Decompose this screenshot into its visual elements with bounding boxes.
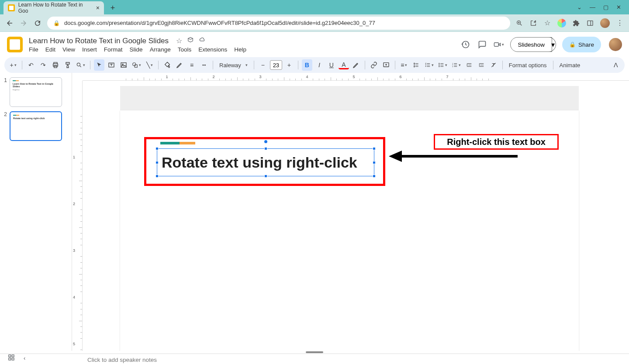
resize-handle[interactable] — [373, 147, 376, 150]
slide-thumbnail-2[interactable]: Rotate text using right-click — [10, 111, 62, 141]
svg-point-13 — [439, 63, 439, 64]
font-family-select[interactable]: Raleway▾ — [217, 59, 250, 71]
paint-format-button[interactable] — [62, 59, 73, 71]
highlight-button[interactable] — [351, 59, 361, 71]
resize-handle[interactable] — [156, 161, 159, 164]
decrease-indent-button[interactable] — [464, 59, 474, 71]
extensions-puzzle-icon[interactable] — [572, 19, 580, 27]
textbox-content[interactable]: Rotate text using right-click — [162, 154, 357, 171]
print-button[interactable] — [50, 59, 61, 71]
numbered-list-button[interactable]: 123▾ — [450, 59, 462, 71]
horizontal-ruler[interactable]: 1234567 — [83, 73, 629, 81]
svg-rect-2 — [494, 43, 499, 47]
account-avatar[interactable] — [609, 38, 622, 51]
decrease-font-button[interactable]: − — [258, 59, 268, 71]
resize-handle[interactable] — [373, 161, 376, 164]
resize-handle[interactable] — [373, 175, 376, 178]
maximize-icon[interactable]: ▢ — [603, 4, 608, 10]
slideshow-dropdown[interactable]: ▾ — [545, 37, 556, 52]
resize-handle[interactable] — [264, 175, 267, 178]
forward-button[interactable] — [19, 19, 28, 27]
menu-help[interactable]: Help — [234, 46, 246, 53]
zoom-button[interactable]: ▾ — [75, 59, 86, 71]
undo-button[interactable]: ↶ — [26, 59, 36, 71]
chrome-profile-avatar[interactable] — [600, 18, 610, 28]
border-weight-button[interactable]: ≡ — [187, 59, 197, 71]
slide-canvas[interactable]: Rotate text using right-click Rig — [120, 110, 579, 351]
menu-view[interactable]: View — [62, 46, 75, 53]
comments-icon[interactable] — [477, 39, 487, 50]
collapse-toolbar-button[interactable]: ᐱ — [611, 59, 621, 71]
resize-handle[interactable] — [156, 175, 159, 178]
checklist-button[interactable]: ▾ — [423, 59, 435, 71]
menu-format[interactable]: Format — [104, 46, 123, 53]
new-tab-button[interactable]: + — [107, 2, 119, 14]
fill-color-button[interactable] — [162, 59, 173, 71]
history-icon[interactable] — [460, 39, 471, 50]
menu-arrange[interactable]: Arrange — [150, 46, 171, 53]
zoom-icon[interactable] — [515, 19, 523, 27]
menu-insert[interactable]: Insert — [82, 46, 97, 53]
collapse-filmstrip-icon[interactable]: ‹ — [24, 355, 25, 361]
clear-format-button[interactable] — [488, 59, 499, 71]
star-icon[interactable]: ☆ — [543, 19, 551, 27]
cloud-status-icon[interactable] — [199, 37, 206, 45]
back-button[interactable] — [5, 19, 14, 27]
menu-slide[interactable]: Slide — [130, 46, 143, 53]
resize-handle[interactable] — [264, 147, 267, 150]
speaker-notes[interactable]: Click to add speaker notes — [0, 354, 629, 364]
slides-logo-icon[interactable] — [7, 37, 23, 52]
share-link-icon[interactable] — [529, 19, 537, 27]
border-color-button[interactable] — [174, 59, 185, 71]
canvas-area[interactable]: 1234567 12345 Rotate text using right-cl… — [72, 73, 629, 351]
bold-button[interactable]: B — [302, 59, 312, 71]
url-input[interactable]: 🔒 docs.google.com/presentation/d/1grvE0g… — [47, 17, 510, 30]
sidepanel-icon[interactable] — [586, 19, 594, 27]
chevron-down-icon[interactable]: ⌄ — [577, 4, 582, 10]
minimize-icon[interactable]: — — [590, 4, 595, 10]
slide-thumbnail-1[interactable]: Learn How to Rotate Text in Google Slide… — [10, 77, 62, 107]
bullet-list-button[interactable]: ▾ — [437, 59, 449, 71]
insert-link-button[interactable] — [369, 59, 379, 71]
star-icon[interactable]: ☆ — [176, 37, 182, 45]
rotate-handle[interactable] — [264, 140, 267, 143]
selected-textbox[interactable]: Rotate text using right-click — [157, 148, 374, 176]
close-tab-icon[interactable]: × — [96, 4, 100, 11]
menu-extensions[interactable]: Extensions — [198, 46, 227, 53]
redo-button[interactable]: ↷ — [38, 59, 48, 71]
menu-file[interactable]: File — [29, 46, 38, 53]
shape-tool[interactable]: ▾ — [131, 59, 142, 71]
select-tool[interactable] — [94, 59, 104, 71]
underline-button[interactable]: U — [326, 59, 337, 71]
filmstrip[interactable]: 1 Learn How to Rotate Text in Google Sli… — [0, 73, 72, 351]
font-size-input[interactable] — [270, 60, 282, 70]
image-tool[interactable] — [118, 59, 129, 71]
extension-badge-icon[interactable] — [557, 19, 566, 27]
textbox-tool[interactable] — [106, 59, 117, 71]
italic-button[interactable]: I — [314, 59, 325, 71]
align-button[interactable]: ≡▾ — [399, 59, 409, 71]
format-options-button[interactable]: Format options — [506, 59, 550, 71]
move-icon[interactable] — [187, 37, 194, 45]
menu-edit[interactable]: Edit — [45, 46, 55, 53]
increase-indent-button[interactable] — [476, 59, 487, 71]
close-window-icon[interactable]: ✕ — [616, 4, 621, 10]
vertical-ruler[interactable]: 12345 — [72, 81, 83, 351]
menu-tools[interactable]: Tools — [178, 46, 192, 53]
insert-comment-button[interactable] — [381, 59, 391, 71]
text-color-button[interactable]: A — [339, 61, 349, 69]
animate-button[interactable]: Animate — [557, 59, 583, 71]
new-slide-button[interactable]: +▾ — [8, 59, 18, 71]
line-tool[interactable]: ╲▾ — [144, 59, 155, 71]
chrome-menu-icon[interactable]: ⋮ — [616, 19, 624, 27]
document-title[interactable]: Learn How to Rotate Text in Google Slide… — [29, 37, 169, 45]
resize-handle[interactable] — [156, 147, 159, 150]
grid-view-icon[interactable] — [8, 354, 15, 362]
border-dash-button[interactable]: ┅ — [199, 59, 209, 71]
meet-icon[interactable]: ▾ — [494, 39, 504, 50]
line-spacing-button[interactable] — [411, 59, 422, 71]
share-button[interactable]: 🔒Share — [562, 37, 601, 52]
increase-font-button[interactable]: + — [284, 59, 294, 71]
reload-button[interactable] — [33, 19, 42, 27]
browser-tab[interactable]: Learn How to Rotate Text in Goo × — [3, 1, 104, 14]
